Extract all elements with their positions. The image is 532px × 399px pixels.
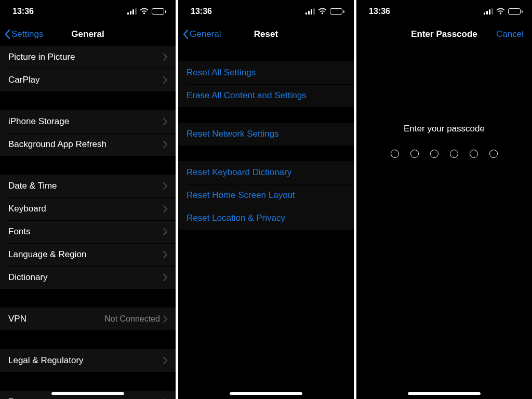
cell-reset-home-screen-layout[interactable]: Reset Home Screen Layout xyxy=(178,184,354,207)
passcode-dot xyxy=(470,150,478,158)
status-right-cluster xyxy=(127,8,166,15)
chevron-left-icon xyxy=(182,29,189,39)
home-indicator[interactable] xyxy=(408,392,481,395)
cell-picture-in-picture[interactable]: Picture in Picture xyxy=(0,46,176,69)
passcode-dot xyxy=(489,150,498,158)
chevron-right-icon xyxy=(163,54,167,61)
cell-background-app-refresh[interactable]: Background App Refresh xyxy=(0,133,176,156)
nav-bar: Settings General xyxy=(0,23,176,46)
wifi-icon xyxy=(496,8,505,15)
status-right-cluster xyxy=(484,8,523,15)
cell-reset-location-privacy[interactable]: Reset Location & Privacy xyxy=(178,207,354,230)
nav-title: Reset xyxy=(254,29,278,39)
cell-legal-regulatory[interactable]: Legal & Regulatory xyxy=(0,349,176,372)
back-button[interactable]: Settings xyxy=(4,29,43,39)
cellular-signal-icon xyxy=(127,8,137,15)
home-indicator[interactable] xyxy=(51,392,124,395)
battery-icon xyxy=(152,8,166,15)
chevron-right-icon xyxy=(163,357,167,364)
passcode-dots[interactable] xyxy=(391,150,498,158)
nav-title: Enter Passcode xyxy=(411,29,477,39)
reset-list[interactable]: Reset All Settings Erase All Content and… xyxy=(178,46,354,399)
status-bar: 13:36 xyxy=(0,0,176,23)
cell-language-region[interactable]: Language & Region xyxy=(0,243,176,266)
cell-date-time[interactable]: Date & Time xyxy=(0,175,176,197)
back-label: Settings xyxy=(11,29,43,39)
wifi-icon xyxy=(318,8,327,15)
chevron-right-icon xyxy=(163,274,167,281)
cell-reset-all-settings[interactable]: Reset All Settings xyxy=(178,61,354,84)
status-bar: 13:36 xyxy=(356,0,532,23)
chevron-left-icon xyxy=(4,29,10,39)
cell-reset-keyboard-dictionary[interactable]: Reset Keyboard Dictionary xyxy=(178,161,354,184)
cellular-signal-icon xyxy=(305,8,315,15)
cell-vpn-detail: Not Connected xyxy=(104,314,160,324)
chevron-right-icon xyxy=(163,76,167,84)
nav-bar: Enter Passcode Cancel xyxy=(356,23,532,46)
cell-reset-network-settings[interactable]: Reset Network Settings xyxy=(178,123,354,145)
back-label: General xyxy=(190,29,221,39)
chevron-right-icon xyxy=(163,205,167,212)
home-indicator[interactable] xyxy=(230,392,302,395)
cell-fonts[interactable]: Fonts xyxy=(0,220,176,243)
status-time: 13:36 xyxy=(191,7,212,16)
passcode-content: Enter your passcode xyxy=(356,46,532,399)
nav-title: General xyxy=(71,29,104,39)
cell-iphone-storage[interactable]: iPhone Storage xyxy=(0,110,176,133)
cell-erase-all-content[interactable]: Erase All Content and Settings xyxy=(178,84,354,107)
settings-list[interactable]: Picture in Picture CarPlay iPhone Storag… xyxy=(0,46,176,399)
screen-passcode: 13:36 Enter Passcode Cancel Enter your p… xyxy=(356,0,532,399)
chevron-right-icon xyxy=(163,118,167,125)
chevron-right-icon xyxy=(163,141,167,148)
screen-general: 13:36 Settings General Pictu xyxy=(0,0,176,399)
cell-dictionary[interactable]: Dictionary xyxy=(0,266,176,289)
cancel-button[interactable]: Cancel xyxy=(496,29,528,39)
chevron-right-icon xyxy=(163,182,167,190)
passcode-dot xyxy=(450,150,458,158)
cell-carplay[interactable]: CarPlay xyxy=(0,69,176,91)
passcode-dot xyxy=(430,150,438,158)
passcode-dot xyxy=(391,150,399,158)
chevron-right-icon xyxy=(163,315,167,323)
screen-reset: 13:36 General Reset Re xyxy=(178,0,354,399)
battery-icon xyxy=(508,8,523,15)
back-button[interactable]: General xyxy=(182,29,221,39)
status-right-cluster xyxy=(305,8,344,15)
cell-vpn[interactable]: VPN Not Connected xyxy=(0,308,176,330)
chevron-right-icon xyxy=(163,228,167,235)
nav-bar: General Reset xyxy=(178,23,354,46)
status-time: 13:36 xyxy=(369,7,390,16)
passcode-prompt: Enter your passcode xyxy=(404,124,485,134)
wifi-icon xyxy=(140,8,149,15)
status-time: 13:36 xyxy=(12,7,34,16)
passcode-dot xyxy=(410,150,419,158)
cellular-signal-icon xyxy=(484,8,493,15)
cell-keyboard[interactable]: Keyboard xyxy=(0,197,176,220)
chevron-right-icon xyxy=(163,251,167,258)
status-bar: 13:36 xyxy=(178,0,354,23)
battery-icon xyxy=(330,8,344,15)
